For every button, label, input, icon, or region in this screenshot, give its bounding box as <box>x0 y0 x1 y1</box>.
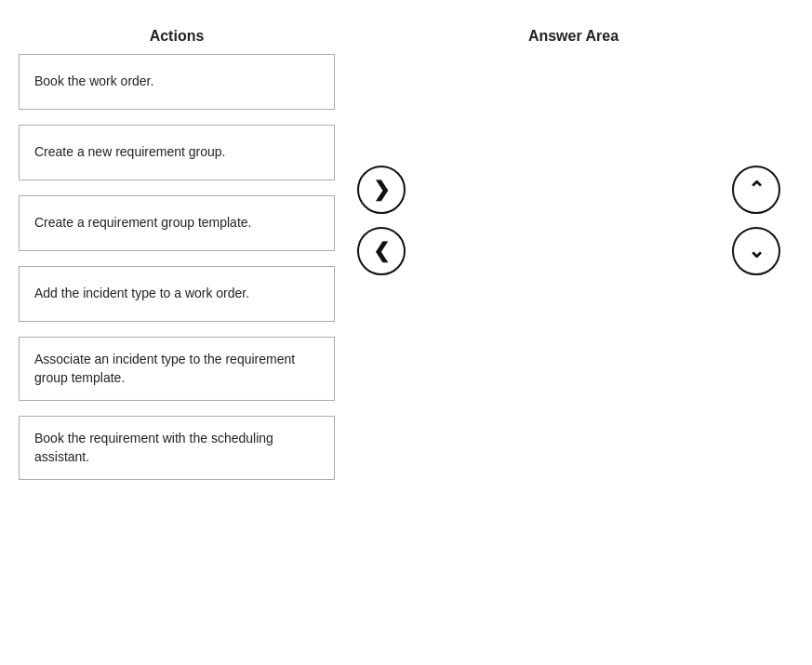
actions-header: Actions <box>19 28 335 45</box>
action-item-add-incident-type[interactable]: Add the incident type to a work order. <box>19 266 335 322</box>
action-item-label: Book the requirement with the scheduling… <box>34 430 319 466</box>
action-item-create-requirement-group[interactable]: Create a new requirement group. <box>19 125 335 180</box>
action-item-label: Add the incident type to a work order. <box>34 285 249 303</box>
move-down-button[interactable]: ⌄ <box>732 227 780 275</box>
actions-list: Book the work order. Create a new requir… <box>19 54 335 495</box>
chevron-left-icon: ❮ <box>373 241 390 261</box>
chevron-right-icon: ❯ <box>373 180 390 200</box>
action-item-book-requirement[interactable]: Book the requirement with the scheduling… <box>19 416 335 480</box>
answer-area-header: Answer Area <box>428 28 719 45</box>
chevron-down-icon: ⌄ <box>748 241 765 261</box>
action-item-create-requirement-template[interactable]: Create a requirement group template. <box>19 195 335 251</box>
answer-area <box>428 54 719 426</box>
chevron-up-icon: ⌃ <box>748 180 765 200</box>
action-item-label: Create a new requirement group. <box>34 143 225 162</box>
action-item-book-work-order[interactable]: Book the work order. <box>19 54 335 110</box>
move-left-button[interactable]: ❮ <box>357 227 406 275</box>
transfer-controls: ❯ ❮ <box>335 54 428 275</box>
move-right-button[interactable]: ❯ <box>357 166 406 214</box>
action-item-associate-incident-type[interactable]: Associate an incident type to the requir… <box>19 337 335 401</box>
action-item-label: Associate an incident type to the requir… <box>34 351 319 387</box>
action-item-label: Book the work order. <box>34 73 153 91</box>
action-item-label: Create a requirement group template. <box>34 214 251 233</box>
move-up-button[interactable]: ⌃ <box>732 166 780 214</box>
ordering-controls: ⌃ ⌄ <box>719 54 793 275</box>
